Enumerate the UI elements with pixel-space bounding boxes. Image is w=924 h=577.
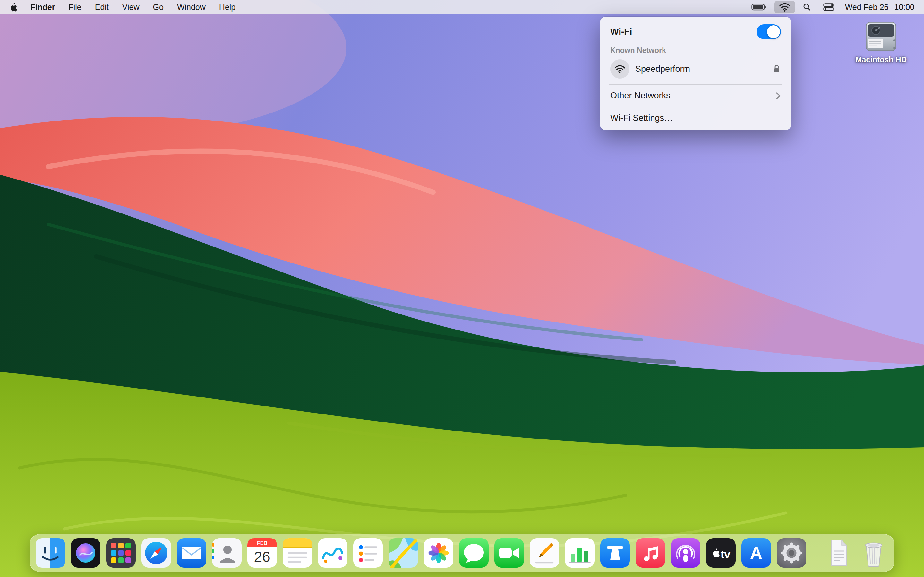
dock-item-photos[interactable] xyxy=(424,538,453,568)
lock-icon xyxy=(772,64,781,74)
menu-bar-status: Wed Feb 26 10:00 xyxy=(747,1,916,13)
wifi-dropdown-menu: Wi-Fi Known Network Speedperform xyxy=(600,17,791,130)
dock-item-siri[interactable] xyxy=(71,538,100,568)
dock-item-facetime[interactable] xyxy=(494,538,524,568)
spotlight-search-icon xyxy=(803,3,811,11)
app-store-letter-text: A xyxy=(750,543,762,562)
wifi-toggle-switch[interactable] xyxy=(756,24,781,39)
pages-icon xyxy=(530,538,559,568)
siri-icon xyxy=(71,538,100,568)
calendar-month-text: FEB xyxy=(257,540,267,546)
mail-icon xyxy=(177,538,206,568)
launchpad-icon xyxy=(106,538,136,568)
menu-divider xyxy=(609,107,782,107)
wifi-settings-row[interactable]: Wi-Fi Settings… xyxy=(608,108,783,126)
dock-item-app-store[interactable]: A xyxy=(741,538,771,568)
dock-item-music[interactable] xyxy=(636,538,665,568)
battery-icon xyxy=(751,3,767,11)
tv-label-text: tv xyxy=(720,548,730,560)
notes-icon xyxy=(283,538,312,568)
apple-logo-icon xyxy=(9,2,17,12)
dock-item-podcasts[interactable] xyxy=(671,538,700,568)
wifi-menu-title: Wi-Fi xyxy=(610,27,632,37)
other-networks-row[interactable]: Other Networks xyxy=(608,85,783,106)
document-icon xyxy=(824,538,853,568)
dock-item-numbers[interactable] xyxy=(565,538,594,568)
dock-item-finder[interactable] xyxy=(36,538,65,568)
dock-item-mail[interactable] xyxy=(177,538,206,568)
trash-icon xyxy=(859,538,888,568)
dock-item-downloads-document[interactable] xyxy=(824,538,853,568)
finder-icon xyxy=(36,538,65,568)
menu-item-finder[interactable]: Finder xyxy=(25,1,60,13)
hard-drive-icon xyxy=(863,21,899,53)
menu-item-view[interactable]: View xyxy=(117,1,145,13)
messages-icon xyxy=(459,538,489,568)
safari-icon xyxy=(142,538,171,568)
wifi-toggle-knob xyxy=(767,25,780,38)
menu-bar: Finder File Edit View Go Window Help xyxy=(0,0,924,14)
menu-item-file[interactable]: File xyxy=(63,1,87,13)
network-name: Speedperform xyxy=(635,64,690,74)
wifi-status[interactable] xyxy=(774,1,795,13)
wifi-icon xyxy=(614,64,625,73)
podcasts-icon xyxy=(671,538,700,568)
network-secured xyxy=(772,64,781,74)
photos-icon xyxy=(424,538,453,568)
menu-bar-clock[interactable]: Wed Feb 26 10:00 xyxy=(842,3,916,12)
dock-item-pages[interactable] xyxy=(530,538,559,568)
dock: FEB 26 xyxy=(29,534,895,572)
maps-icon xyxy=(389,538,418,568)
desktop: Finder File Edit View Go Window Help xyxy=(0,0,924,577)
menu-divider xyxy=(609,84,782,85)
dock-item-notes[interactable] xyxy=(283,538,312,568)
dock-separator xyxy=(814,540,815,566)
apple-tv-icon: tv xyxy=(706,538,736,568)
menu-bar-date: Wed Feb 26 xyxy=(845,3,889,12)
menu-bar-time: 10:00 xyxy=(894,3,914,12)
wifi-settings-label: Wi-Fi Settings… xyxy=(610,113,673,123)
chevron-right-icon xyxy=(776,92,781,100)
app-store-icon: A xyxy=(741,538,771,568)
dock-item-reminders[interactable] xyxy=(353,538,383,568)
spotlight-status[interactable] xyxy=(798,1,816,13)
apple-menu[interactable] xyxy=(8,2,23,12)
wifi-icon xyxy=(779,3,790,11)
dock-item-trash[interactable] xyxy=(859,538,888,568)
menu-item-help[interactable]: Help xyxy=(214,1,241,13)
menu-bar-left: Finder File Edit View Go Window Help xyxy=(8,1,241,13)
facetime-icon xyxy=(494,538,524,568)
desktop-icon-macintosh-hd[interactable]: Macintosh HD xyxy=(845,21,917,64)
dock-item-messages[interactable] xyxy=(459,538,489,568)
dock-item-calendar[interactable]: FEB 26 xyxy=(247,538,277,568)
dock-item-contacts[interactable] xyxy=(212,538,242,568)
calendar-day-text: 26 xyxy=(254,548,270,565)
dock-item-keynote[interactable] xyxy=(600,538,630,568)
keynote-icon xyxy=(600,538,630,568)
network-wifi-badge xyxy=(610,59,630,79)
contacts-icon xyxy=(212,538,242,568)
numbers-icon xyxy=(565,538,594,568)
dock-item-tv[interactable]: tv xyxy=(706,538,736,568)
wifi-toggle-row: Wi-Fi xyxy=(608,22,783,44)
dock-item-safari[interactable] xyxy=(142,538,171,568)
control-center-status[interactable] xyxy=(819,1,838,13)
freeform-icon xyxy=(318,538,347,568)
dock-item-maps[interactable] xyxy=(389,538,418,568)
dock-item-system-settings[interactable] xyxy=(777,538,806,568)
calendar-icon: FEB 26 xyxy=(247,538,277,568)
dock-item-launchpad[interactable] xyxy=(106,538,136,568)
dock-item-freeform[interactable] xyxy=(318,538,347,568)
menu-item-window[interactable]: Window xyxy=(172,1,211,13)
system-settings-gear-icon xyxy=(777,538,806,568)
known-network-header: Known Network xyxy=(608,44,783,58)
volume-label: Macintosh HD xyxy=(845,55,917,64)
control-center-icon xyxy=(823,3,834,11)
reminders-icon xyxy=(353,538,383,568)
menu-item-edit[interactable]: Edit xyxy=(89,1,114,13)
other-networks-label: Other Networks xyxy=(610,91,670,101)
battery-status[interactable] xyxy=(747,1,771,13)
menu-item-go[interactable]: Go xyxy=(148,1,169,13)
known-network-row[interactable]: Speedperform xyxy=(608,58,783,84)
music-icon xyxy=(636,538,665,568)
